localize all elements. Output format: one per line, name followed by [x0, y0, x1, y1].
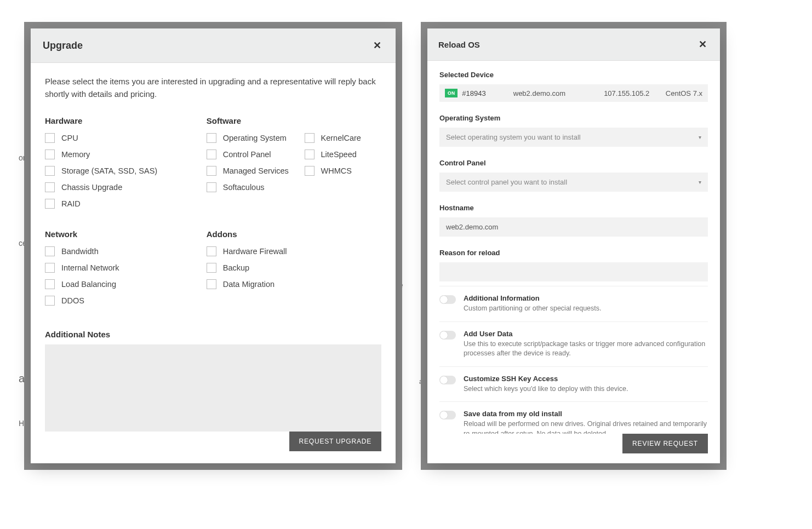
reload-os-modal: Reload OS ✕ Selected Device ON #18943 we… [421, 22, 727, 470]
checkbox-kernelcare[interactable]: KernelCare [305, 133, 381, 143]
checkbox-cpu[interactable]: CPU [45, 133, 207, 143]
cp-heading: Control Panel [439, 159, 708, 167]
checkbox-ddos[interactable]: DDOS [45, 296, 207, 306]
network-heading: Network [45, 229, 207, 239]
chevron-down-icon: ▾ [699, 134, 701, 140]
software-heading: Software [207, 116, 381, 125]
device-ip: 107.155.105.2 [604, 89, 649, 97]
hostname-heading: Hostname [439, 204, 708, 212]
close-icon[interactable]: ✕ [696, 36, 709, 53]
upgrade-modal-header: Upgrade ✕ [31, 28, 396, 63]
chevron-down-icon: ▾ [699, 179, 701, 185]
checkbox-internal-network[interactable]: Internal Network [45, 263, 207, 273]
toggle-user-data: Add User Data Use this to execute script… [439, 321, 708, 366]
os-select[interactable]: Select operating system you want to inst… [439, 128, 708, 147]
reason-input[interactable] [439, 262, 708, 281]
checkbox-data-migration[interactable]: Data Migration [207, 279, 381, 289]
toggle-additional-info: Additional Information Custom partitioni… [439, 286, 708, 321]
os-heading: Operating System [439, 114, 708, 122]
device-status-badge: ON [445, 89, 458, 97]
checkbox-chassis[interactable]: Chassis Upgrade [45, 182, 207, 192]
addons-heading: Addons [207, 229, 381, 239]
hardware-heading: Hardware [45, 116, 207, 125]
toggle-switch[interactable] [439, 376, 456, 384]
hostname-input[interactable] [439, 217, 708, 237]
checkbox-firewall[interactable]: Hardware Firewall [207, 246, 381, 256]
selected-device-heading: Selected Device [439, 71, 708, 79]
review-request-button[interactable]: Review Request [622, 434, 708, 453]
toggle-switch[interactable] [439, 295, 456, 304]
checkbox-whmcs[interactable]: WHMCS [305, 166, 381, 176]
checkbox-raid[interactable]: RAID [45, 199, 207, 209]
additional-notes-input[interactable] [45, 344, 381, 432]
checkbox-control-panel[interactable]: Control Panel [207, 150, 305, 159]
upgrade-intro: Please select the items you are interest… [45, 75, 381, 101]
checkbox-os[interactable]: Operating System [207, 133, 305, 143]
checkbox-memory[interactable]: Memory [45, 150, 207, 159]
reload-title: Reload OS [438, 40, 480, 49]
upgrade-modal: Upgrade ✕ Please select the items you ar… [24, 22, 402, 470]
toggle-ssh-keys: Customize SSH Key Access Select which ke… [439, 366, 708, 402]
reload-modal-header: Reload OS ✕ [427, 28, 720, 61]
additional-notes-label: Additional Notes [45, 330, 381, 339]
reason-heading: Reason for reload [439, 249, 708, 257]
control-panel-select[interactable]: Select control panel you want to install… [439, 173, 708, 192]
device-os: CentOS 7.x [666, 89, 702, 97]
checkbox-managed-services[interactable]: Managed Services [207, 166, 305, 176]
checkbox-bandwidth[interactable]: Bandwidth [45, 246, 207, 256]
request-upgrade-button[interactable]: Request Upgrade [289, 432, 381, 451]
checkbox-storage[interactable]: Storage (SATA, SSD, SAS) [45, 166, 207, 176]
toggle-switch[interactable] [439, 411, 456, 419]
checkbox-load-balancing[interactable]: Load Balancing [45, 279, 207, 289]
checkbox-softaculous[interactable]: Softaculous [207, 182, 305, 192]
upgrade-title: Upgrade [43, 40, 83, 51]
checkbox-backup[interactable]: Backup [207, 263, 381, 273]
close-icon[interactable]: ✕ [371, 37, 384, 54]
device-hostname: web2.demo.com [513, 89, 565, 97]
selected-device-bar: ON #18943 web2.demo.com 107.155.105.2 Ce… [439, 84, 708, 102]
checkbox-litespeed[interactable]: LiteSpeed [305, 150, 381, 159]
toggle-save-data: Save data from my old install Reload wil… [439, 401, 708, 434]
device-id: #18943 [462, 89, 485, 97]
toggle-switch[interactable] [439, 331, 456, 340]
